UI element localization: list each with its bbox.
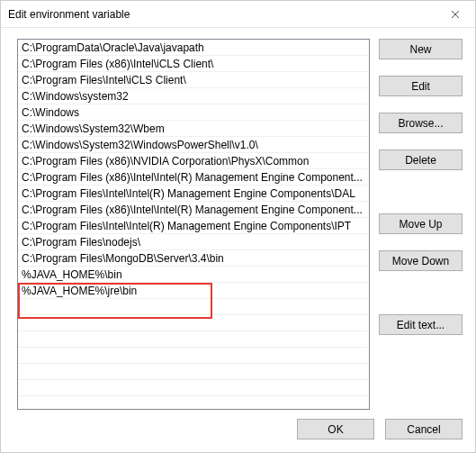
list-item[interactable]: C:\Windows\System32\WindowsPowerShell\v1… [18, 137, 369, 153]
list-item[interactable]: C:\ProgramData\Oracle\Java\javapath [18, 40, 369, 56]
bottom-button-bar: OK Cancel [1, 415, 475, 452]
list-item-empty[interactable] [18, 315, 369, 331]
list-item[interactable]: C:\Windows\system32 [18, 88, 369, 104]
list-item[interactable]: C:\Program Files\nodejs\ [18, 234, 369, 250]
list-item[interactable]: C:\Program Files\Intel\Intel(R) Manageme… [18, 218, 369, 234]
list-item-empty[interactable] [18, 364, 369, 380]
move-up-button[interactable]: Move Up [379, 213, 463, 234]
titlebar: Edit environment variable [1, 1, 475, 28]
dialog-window: Edit environment variable C:\ProgramData… [0, 0, 476, 453]
close-icon [451, 7, 460, 22]
edit-button[interactable]: Edit [379, 76, 463, 96]
list-item-empty[interactable] [18, 299, 369, 315]
list-item[interactable]: C:\Program Files\MongoDB\Server\3.4\bin [18, 250, 369, 267]
list-item-empty[interactable] [18, 331, 369, 348]
ok-button[interactable]: OK [297, 419, 374, 439]
list-item[interactable]: C:\Program Files (x86)\Intel\iCLS Client… [18, 56, 369, 72]
list-item[interactable]: C:\Program Files (x86)\Intel\Intel(R) Ma… [18, 202, 369, 218]
list-item[interactable]: C:\Program Files\Intel\Intel(R) Manageme… [18, 186, 369, 202]
list-item[interactable]: C:\Program Files\Intel\iCLS Client\ [18, 72, 369, 88]
delete-button[interactable]: Delete [379, 149, 463, 170]
list-item[interactable]: C:\Windows\System32\Wbem [18, 121, 369, 137]
list-item[interactable]: C:\Program Files (x86)\Intel\Intel(R) Ma… [18, 169, 369, 186]
list-item[interactable]: %JAVA_HOME%\jre\bin [18, 283, 369, 299]
window-title: Edit environment variable [8, 8, 130, 21]
list-item[interactable]: C:\Program Files (x86)\NVIDIA Corporatio… [18, 153, 369, 169]
list-item[interactable]: C:\Windows [18, 104, 369, 121]
path-listbox[interactable]: C:\ProgramData\Oracle\Java\javapathC:\Pr… [17, 39, 370, 410]
list-item-empty[interactable] [18, 348, 369, 364]
new-button[interactable]: New [379, 39, 463, 59]
close-button[interactable] [435, 1, 475, 27]
browse-button[interactable]: Browse... [379, 113, 463, 133]
cancel-button[interactable]: Cancel [385, 419, 463, 439]
move-down-button[interactable]: Move Down [379, 250, 463, 271]
edit-text-button[interactable]: Edit text... [379, 314, 463, 335]
list-item-empty[interactable] [18, 380, 369, 396]
list-item[interactable]: %JAVA_HOME%\bin [18, 267, 369, 283]
content-area: C:\ProgramData\Oracle\Java\javapathC:\Pr… [1, 28, 475, 415]
side-button-column: New Edit Browse... Delete Move Up Move D… [379, 39, 463, 410]
